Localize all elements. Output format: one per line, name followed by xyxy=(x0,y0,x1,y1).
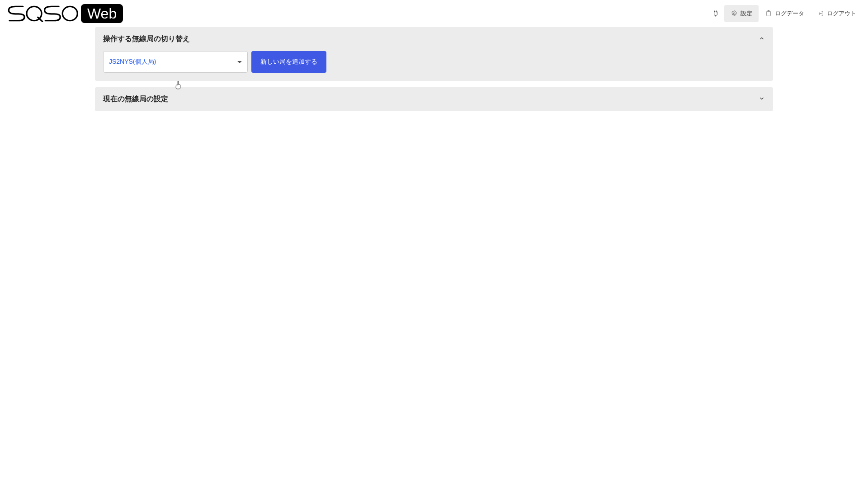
header: Web 設定 ログデータ ログアウト xyxy=(0,0,868,27)
clipboard-icon xyxy=(765,10,772,17)
logo[interactable]: Web xyxy=(7,3,123,24)
panel-station-switch-body: JS2NYS(個人局) 新しい局を追加する xyxy=(95,51,773,81)
header-nav: 設定 ログデータ ログアウト xyxy=(712,5,863,22)
svg-point-2 xyxy=(62,6,77,20)
panel-station-settings-title: 現在の無線局の設定 xyxy=(103,94,168,104)
caret-down-icon xyxy=(237,61,242,63)
station-select[interactable]: JS2NYS(個人局) xyxy=(103,51,248,73)
chevron-up-icon xyxy=(759,35,765,43)
panel-station-settings: 現在の無線局の設定 xyxy=(95,87,773,111)
nav-settings-label: 設定 xyxy=(741,9,752,18)
station-select-value: JS2NYS(個人局) xyxy=(109,58,237,66)
panel-station-switch-title: 操作する無線局の切り替え xyxy=(103,34,190,44)
logo-web-text: Web xyxy=(81,4,123,23)
nav-settings[interactable]: 設定 xyxy=(724,5,759,22)
nav-logout-label: ログアウト xyxy=(827,9,856,18)
logo-sqso-text xyxy=(7,5,78,22)
logout-icon xyxy=(817,10,824,17)
panel-station-switch-header[interactable]: 操作する無線局の切り替え xyxy=(95,27,773,51)
svg-point-7 xyxy=(733,13,735,14)
panel-station-switch: 操作する無線局の切り替え JS2NYS(個人局) 新しい局を追加する xyxy=(95,27,773,81)
plug-icon[interactable] xyxy=(712,9,720,18)
gear-icon xyxy=(731,10,738,17)
add-station-button[interactable]: 新しい局を追加する xyxy=(251,51,326,73)
nav-logout[interactable]: ログアウト xyxy=(811,5,863,22)
chevron-down-icon xyxy=(759,95,765,103)
nav-logdata-label: ログデータ xyxy=(775,9,804,18)
nav-logdata[interactable]: ログデータ xyxy=(759,5,811,22)
main-content: 操作する無線局の切り替え JS2NYS(個人局) 新しい局を追加する 現在の無線… xyxy=(0,27,868,111)
panel-station-settings-header[interactable]: 現在の無線局の設定 xyxy=(95,87,773,111)
